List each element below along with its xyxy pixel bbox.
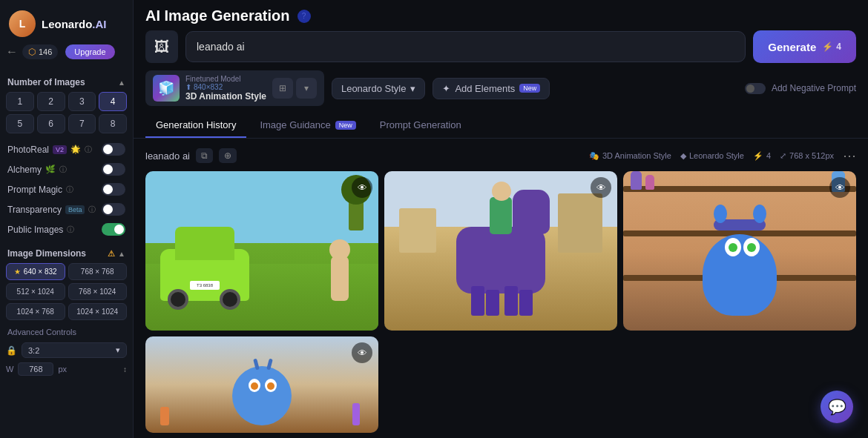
diamond-icon: ◆ — [680, 151, 686, 161]
image-card-2[interactable]: 👁 — [384, 171, 617, 331]
resize-meta-icon: ⤢ — [780, 151, 786, 161]
token-badge: ⬡ 146 — [22, 44, 58, 59]
ratio-select[interactable]: 3:2 ▾ — [22, 342, 127, 358]
num-btn-4[interactable]: 4 — [99, 92, 127, 111]
model-card[interactable]: 🧊 Finetuned Model ⬆ 840×832 3D Animation… — [145, 70, 324, 106]
model-resolution: ⬆ 840×832 — [185, 83, 266, 91]
neg-prompt-label: Add Negative Prompt — [772, 83, 856, 93]
lightning-meta-icon: ⚡ — [753, 151, 763, 161]
meta-count: ⚡ 4 — [753, 151, 771, 161]
tab-generation-history[interactable]: Generation History — [145, 113, 246, 138]
ratio-row: 🔒 3:2 ▾ — [6, 342, 127, 358]
style-label: Leonardo Style — [341, 83, 406, 94]
main-content: AI Image Generation ? 🖼 Generate ⚡ 4 🧊 F… — [134, 0, 868, 438]
photoreal-toggle[interactable] — [102, 143, 125, 156]
model-info: Finetuned Model ⬆ 840×832 3D Animation S… — [185, 75, 266, 102]
image-card-3[interactable]: 👁 — [623, 171, 856, 331]
num-btn-8[interactable]: 8 — [99, 114, 127, 133]
ratio-chevron-icon: ▾ — [116, 345, 120, 355]
photoreal-label: PhotoReal — [7, 145, 49, 155]
elements-button[interactable]: ✦ Add Elements New — [433, 78, 550, 99]
num-btn-7[interactable]: 7 — [68, 114, 96, 133]
dim-1024x768[interactable]: 1024 × 768 — [6, 303, 65, 320]
chevron-down-button[interactable]: ▾ — [296, 78, 317, 99]
number-of-images-label: Number of Images — [7, 77, 85, 87]
num-btn-3[interactable]: 3 — [68, 92, 96, 111]
photoreal-info-icon[interactable]: ⓘ — [85, 145, 92, 155]
public-images-info-icon[interactable]: ⓘ — [67, 225, 74, 235]
photoreal-leaf-icon: 🌟 — [70, 145, 81, 154]
pin-button[interactable]: ⊕ — [219, 148, 237, 163]
photoreal-label-group: PhotoReal V2 🌟 ⓘ — [7, 145, 92, 155]
help-icon[interactable]: ? — [297, 10, 311, 23]
eye-overlay-2[interactable]: 👁 — [591, 177, 611, 198]
alchemy-leaf-icon: 🌿 — [45, 165, 56, 174]
tab-prompt-generation[interactable]: Prompt Generation — [369, 113, 472, 138]
eye-overlay-3[interactable]: 👁 — [829, 177, 850, 198]
public-images-label: Public Images — [7, 225, 63, 235]
image-icon: 🖼 — [154, 39, 169, 56]
gen-meta: 🎭 3D Animation Style ◆ Leonardo Style ⚡ … — [589, 147, 856, 164]
prompt-magic-row: Prompt Magic ⓘ — [6, 179, 127, 199]
dim-768x768[interactable]: 768 × 768 — [68, 263, 128, 280]
neg-prompt-toggle[interactable] — [745, 83, 766, 94]
avatar: L — [9, 10, 36, 37]
model-bar: 🧊 Finetuned Model ⬆ 840×832 3D Animation… — [134, 70, 868, 113]
eye-overlay-4[interactable]: 👁 — [352, 342, 372, 363]
meta-style: 🎭 3D Animation Style — [589, 151, 671, 161]
page-title: AI Image Generation — [145, 7, 290, 24]
lock-icon: 🔒 — [6, 345, 17, 356]
dim-768x1024[interactable]: 768 × 1024 — [68, 283, 128, 300]
image-card-4[interactable]: 👁 — [145, 336, 378, 433]
alchemy-toggle[interactable] — [102, 163, 125, 176]
model-actions: ⊞ ▾ — [272, 78, 317, 99]
generate-button[interactable]: Generate ⚡ 4 — [753, 30, 856, 63]
back-button[interactable]: ← — [6, 45, 18, 59]
prompt-icon-box[interactable]: 🖼 — [145, 30, 178, 63]
num-btn-2[interactable]: 2 — [37, 92, 65, 111]
upload-icon: ⬆ — [185, 83, 191, 91]
dim-chevron-icon: ▲ — [118, 250, 125, 258]
tab-image-guidance[interactable]: Image Guidance New — [249, 113, 366, 138]
tab-prompt-generation-label: Prompt Generation — [380, 119, 461, 130]
dim-640x832[interactable]: ★ 640 × 832 — [6, 263, 65, 280]
chat-bubble[interactable]: 💬 — [821, 391, 853, 423]
dim-512x1024[interactable]: 512 × 1024 — [6, 283, 65, 300]
num-btn-1[interactable]: 1 — [6, 92, 34, 111]
finetuned-label: Finetuned Model — [185, 75, 241, 83]
num-btn-6[interactable]: 6 — [37, 114, 65, 133]
eye-overlay-1[interactable]: 👁 — [352, 177, 372, 198]
star-icon: ★ — [14, 268, 21, 276]
model-thumbnail: 🧊 — [153, 75, 180, 102]
meta-style-label: 3D Animation Style — [602, 151, 671, 160]
advanced-controls[interactable]: Advanced Controls — [6, 325, 127, 339]
style-button[interactable]: Leonardo Style ▾ — [332, 78, 425, 99]
logo-text: Leonardo.AI — [42, 18, 107, 30]
dim-1024x1024[interactable]: 1024 × 1024 — [68, 303, 128, 320]
prompt-magic-info-icon[interactable]: ⓘ — [66, 185, 73, 195]
image-card-1[interactable]: T3 6838 👁 — [145, 171, 378, 331]
photoreal-row: PhotoReal V2 🌟 ⓘ — [6, 139, 127, 159]
prompt-magic-label: Prompt Magic — [7, 185, 62, 195]
grid-icon-button[interactable]: ⊞ — [272, 78, 293, 99]
public-images-toggle[interactable] — [102, 223, 125, 236]
prompt-input[interactable] — [197, 32, 734, 62]
elements-new-badge: New — [519, 84, 540, 93]
prompt-magic-toggle[interactable] — [102, 183, 125, 196]
elements-label: Add Elements — [455, 83, 515, 94]
chat-icon: 💬 — [828, 398, 846, 416]
alchemy-info-icon[interactable]: ⓘ — [59, 165, 67, 175]
transparency-info-icon[interactable]: ⓘ — [88, 205, 96, 215]
model-name: 3D Animation Style — [185, 91, 266, 102]
meta-resolution-val: 768 x 512px — [789, 151, 834, 160]
chevron-icon: ▲ — [118, 79, 125, 87]
num-btn-5[interactable]: 5 — [6, 114, 34, 133]
meta-count-val: 4 — [766, 151, 771, 160]
model-type-label: Finetuned Model ⬆ 840×832 — [185, 75, 266, 91]
more-options-button[interactable]: ⋯ — [843, 147, 856, 164]
public-images-row: Public Images ⓘ — [6, 219, 127, 239]
transparency-toggle[interactable] — [102, 203, 125, 216]
upgrade-button[interactable]: Upgrade — [65, 44, 114, 59]
copy-button[interactable]: ⧉ — [196, 148, 213, 163]
width-input[interactable]: 768 — [18, 362, 53, 376]
